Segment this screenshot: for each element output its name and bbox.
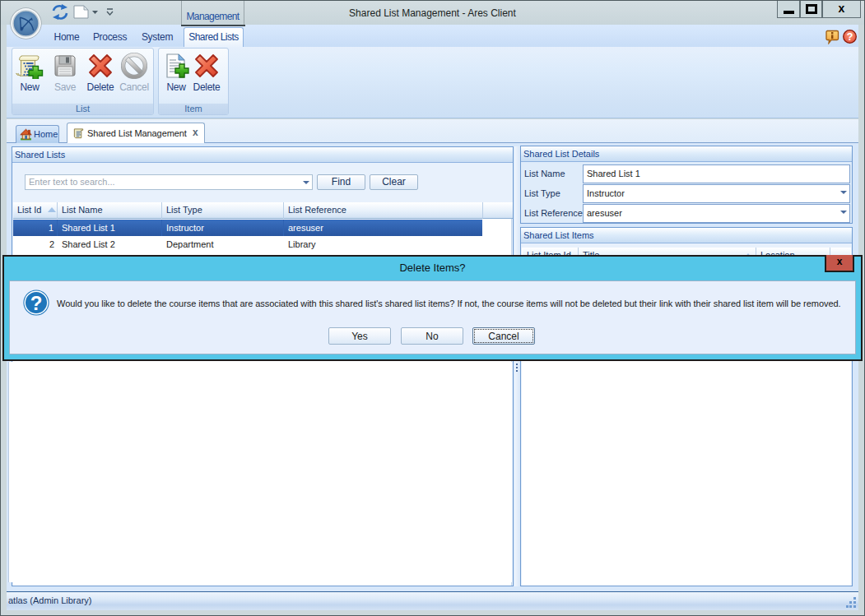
svg-text:?: ? [847,31,853,43]
svg-text:?: ? [30,292,43,314]
